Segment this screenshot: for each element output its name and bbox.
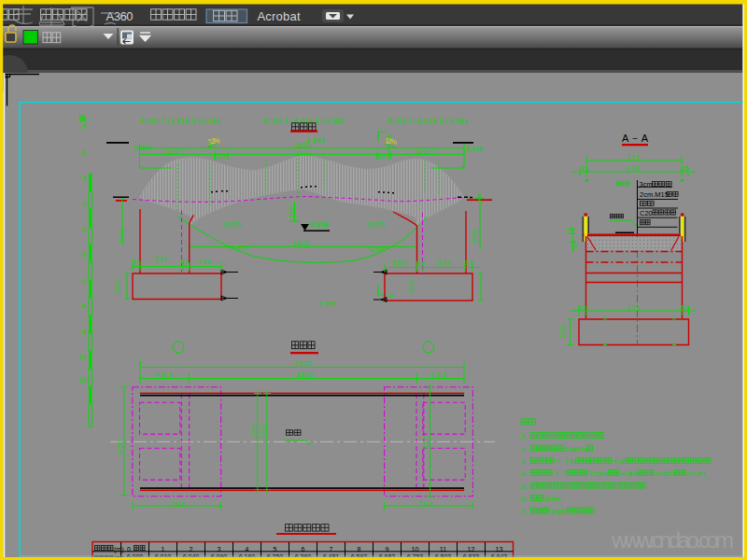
svg-text:7: 7 <box>330 546 333 553</box>
svg-text:400: 400 <box>155 371 172 378</box>
svg-text:www.cndao.com: www.cndao.com <box>611 527 734 553</box>
svg-text:-2: -2 <box>80 251 86 258</box>
svg-text:A－A: A－A <box>622 133 649 144</box>
svg-text:7.: 7. <box>521 508 528 516</box>
svg-text:8: 8 <box>82 123 86 130</box>
svg-text:15: 15 <box>681 165 688 172</box>
svg-text:3.: 3. <box>521 457 528 466</box>
svg-text:50: 50 <box>571 243 578 250</box>
svg-text:250: 250 <box>198 259 211 265</box>
svg-text:250: 250 <box>392 259 405 266</box>
svg-text:720: 720 <box>250 426 257 439</box>
svg-text:600.7: 600.7 <box>166 149 185 156</box>
svg-text:4.: 4. <box>521 469 528 478</box>
svg-text:80.5: 80.5 <box>377 153 390 160</box>
svg-text:6: 6 <box>302 546 305 553</box>
svg-text:740: 740 <box>627 165 640 172</box>
svg-text:6: 6 <box>82 149 86 156</box>
svg-text:595: 595 <box>472 230 478 243</box>
svg-text:4: 4 <box>246 546 249 553</box>
svg-text:400: 400 <box>430 371 446 378</box>
svg-text:9: 9 <box>386 546 389 553</box>
svg-text:0: 0 <box>127 546 131 553</box>
svg-text:770: 770 <box>627 154 640 161</box>
svg-text:150: 150 <box>288 206 294 218</box>
svg-text:80.5: 80.5 <box>213 153 226 160</box>
svg-text:4: 4 <box>82 175 86 181</box>
svg-text:820: 820 <box>117 440 123 453</box>
svg-text:50: 50 <box>577 304 585 311</box>
svg-text:1800: 1800 <box>292 240 309 246</box>
svg-text:50: 50 <box>180 259 189 265</box>
svg-text:0.070: 0.070 <box>367 221 385 228</box>
svg-text:5.: 5. <box>521 483 528 491</box>
svg-text:1200: 1200 <box>295 150 310 157</box>
svg-text:820: 820 <box>422 436 429 449</box>
svg-text:11: 11 <box>440 546 446 553</box>
svg-text:-6: -6 <box>80 302 86 309</box>
svg-text:60: 60 <box>416 259 425 266</box>
svg-text:-1.930: -1.930 <box>226 245 248 251</box>
svg-text:-12: -12 <box>77 377 86 384</box>
svg-text:200: 200 <box>408 280 415 293</box>
svg-text:+7.4m: +7.4m <box>620 469 637 478</box>
svg-text:A: A <box>388 291 394 300</box>
svg-text:R=50 T=3.018 E=0.081: R=50 T=3.018 E=0.081 <box>388 118 468 124</box>
svg-text:0.15m: 0.15m <box>589 469 607 478</box>
svg-text:8.000: 8.000 <box>466 146 483 152</box>
svg-text:-10: -10 <box>77 354 86 360</box>
svg-text:3.9m。: 3.9m。 <box>544 495 567 503</box>
svg-text:595: 595 <box>119 230 125 243</box>
svg-text:-4: -4 <box>80 277 86 284</box>
svg-text:A: A <box>387 133 392 141</box>
svg-text:=7.7m。: =7.7m。 <box>686 469 712 478</box>
svg-text:Acrobat: Acrobat <box>258 9 301 23</box>
svg-text:3cm: 3cm <box>640 180 653 189</box>
svg-text:600.7: 600.7 <box>416 149 435 156</box>
svg-text:2: 2 <box>82 201 86 207</box>
svg-text:8.000: 8.000 <box>134 145 151 151</box>
svg-text:+0.15m: +0.15m <box>655 469 674 478</box>
svg-text:R=50 T=3.018 E=0.081: R=50 T=3.018 E=0.081 <box>140 118 220 124</box>
svg-text:2cm.M15: 2cm.M15 <box>640 190 669 199</box>
svg-text:15: 15 <box>566 227 572 234</box>
svg-text:3.9(M8: 3.9(M8 <box>309 221 329 229</box>
svg-text:2: 2 <box>190 546 193 553</box>
svg-text:2.: 2. <box>521 445 528 454</box>
svg-text:7.7: 7.7 <box>554 469 567 478</box>
svg-text:1985: 1985 <box>550 508 567 516</box>
svg-text:13: 13 <box>496 546 503 553</box>
svg-text:770: 770 <box>627 304 640 311</box>
svg-text:15: 15 <box>581 165 588 172</box>
svg-text:5: 5 <box>274 546 277 553</box>
svg-text:340: 340 <box>437 259 450 266</box>
svg-text:0.6: 0.6 <box>613 457 625 466</box>
svg-text:700: 700 <box>418 500 432 507</box>
svg-text:700: 700 <box>171 501 185 508</box>
svg-text:50: 50 <box>681 304 689 311</box>
svg-text:1800: 1800 <box>296 371 313 378</box>
svg-text:12: 12 <box>468 546 475 553</box>
svg-text:=1.930: =1.930 <box>365 245 386 252</box>
svg-text:200: 200 <box>114 280 120 293</box>
svg-text:340: 340 <box>154 256 167 262</box>
svg-text:7.7B: 7.7B <box>556 457 574 466</box>
svg-text:50: 50 <box>464 259 472 266</box>
svg-text:200: 200 <box>559 325 566 338</box>
svg-text:10: 10 <box>412 546 419 553</box>
svg-text:740: 740 <box>260 426 266 439</box>
svg-text:1:150: 1:150 <box>318 300 337 308</box>
svg-text:A360: A360 <box>106 9 134 23</box>
svg-text:6.: 6. <box>521 495 528 503</box>
svg-text:(m): (m) <box>114 546 124 553</box>
svg-text:1.: 1. <box>521 432 528 441</box>
svg-text:-8: -8 <box>80 329 86 335</box>
svg-text:2600: 2600 <box>294 360 311 367</box>
svg-text:C20: C20 <box>640 209 653 217</box>
svg-text:0: 0 <box>82 226 86 232</box>
svg-text:1: 1 <box>162 546 165 553</box>
svg-text:8: 8 <box>358 546 361 553</box>
svg-text:6.843: 6.843 <box>306 137 325 144</box>
svg-text:3: 3 <box>218 546 221 553</box>
svg-text:0.070: 0.070 <box>223 221 241 228</box>
